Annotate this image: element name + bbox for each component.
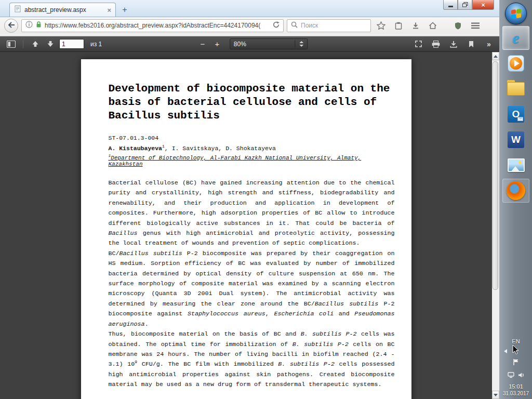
select-spinner-icon: [295, 40, 303, 48]
network-icon[interactable]: [508, 371, 514, 380]
zoom-in-button[interactable]: +: [211, 38, 223, 50]
pdf-toolbar-left: из 1: [0, 38, 102, 50]
browser-tab[interactable]: abstract_preview.aspx ×: [9, 3, 116, 17]
page-count-label: из 1: [90, 41, 102, 48]
menu-button[interactable]: [468, 19, 482, 32]
navigation-bar: [0, 17, 499, 34]
downloads-button[interactable]: [408, 19, 422, 32]
tab-close-button[interactable]: ×: [107, 7, 111, 14]
mouse-cursor: [512, 345, 520, 357]
show-hidden-icons-button[interactable]: [504, 349, 507, 353]
taskbar-item-photo-viewer[interactable]: [502, 153, 529, 177]
presentation-mode-button[interactable]: [412, 38, 424, 50]
download-document-button[interactable]: [447, 38, 460, 50]
search-input[interactable]: [301, 22, 367, 29]
scroll-up-icon: [494, 55, 498, 58]
zoom-level-select[interactable]: 80%: [230, 38, 308, 49]
abstract-title: Development of biocomposite material on …: [109, 82, 395, 123]
page-info-icon[interactable]: [25, 21, 33, 30]
outlook-icon: O: [508, 106, 524, 123]
zoom-controls: − + 80%: [196, 38, 308, 50]
clock-date[interactable]: 31.03.2017: [503, 391, 529, 396]
back-button[interactable]: [4, 19, 18, 33]
next-page-button[interactable]: [44, 38, 57, 50]
screen: abstract_preview.aspx × + ×: [0, 0, 532, 399]
page-number-input[interactable]: [59, 39, 84, 49]
folder-icon: [507, 82, 525, 96]
pdf-viewer-canvas[interactable]: Development of biocomposite material on …: [0, 52, 492, 399]
pdf-toolbar-right: »: [412, 38, 495, 50]
photo-viewer-icon: [508, 158, 525, 172]
shield-addon-button[interactable]: [451, 19, 465, 32]
firefox-icon: [507, 181, 525, 200]
zoom-in-glyph: +: [215, 39, 219, 48]
authors-line: A. Kistaubayeva1, I. Savitskaya, D. Shok…: [109, 145, 395, 152]
home-button[interactable]: [425, 19, 440, 32]
word-icon: W: [508, 131, 524, 148]
toolbar-separator: [23, 40, 23, 48]
vertical-scrollbar[interactable]: [492, 52, 499, 399]
current-view-bookmark-button[interactable]: [465, 38, 477, 50]
zoom-level-value: 80%: [234, 41, 246, 48]
abstract-paragraph: BC/Bacillus subtilis P-2 biocomposite wa…: [109, 249, 395, 329]
toggle-sidebar-button[interactable]: [5, 38, 17, 50]
bookmark-star-button[interactable]: [374, 19, 388, 32]
close-button[interactable]: ×: [472, 0, 494, 10]
windows-logo-icon: [511, 8, 521, 19]
scrollbar-thumb[interactable]: [493, 61, 498, 290]
back-arrow-icon: [8, 21, 15, 30]
search-bar[interactable]: [287, 19, 371, 32]
language-indicator[interactable]: EN: [512, 338, 520, 344]
pdf-page: Development of biocomposite material on …: [81, 59, 411, 399]
abstract-paragraph: Bacterial cellulose (BC) have gained inc…: [109, 178, 395, 249]
media-player-icon: [508, 55, 524, 72]
taskbar-item-media-player[interactable]: [502, 51, 529, 75]
zoom-out-button[interactable]: −: [196, 38, 209, 50]
abstract-paragraph: Thus, biocomposite material on the basis…: [109, 329, 395, 390]
session-code: ST-07.01.3-004: [109, 135, 395, 141]
affiliation-line: 1Department of Biotechnology, Al-Farabi …: [109, 155, 395, 167]
pdf-toolbar: из 1 − + 80%: [0, 36, 499, 52]
reload-icon[interactable]: [273, 21, 280, 30]
taskbar: e O W EN: [499, 0, 532, 399]
url-bar[interactable]: [21, 19, 284, 32]
taskbar-item-internet-explorer[interactable]: e: [502, 26, 529, 50]
minimize-button[interactable]: [443, 0, 458, 10]
zoom-out-glyph: −: [200, 39, 205, 48]
internet-explorer-icon: e: [512, 30, 519, 46]
clock-time[interactable]: 15:01: [509, 383, 523, 390]
new-tab-button[interactable]: +: [118, 5, 131, 15]
taskbar-item-file-explorer[interactable]: [502, 77, 529, 101]
tab-title: abstract_preview.aspx: [24, 6, 104, 14]
restore-button[interactable]: [458, 0, 472, 10]
window-controls: ×: [443, 0, 494, 10]
tab-strip: abstract_preview.aspx × + ×: [0, 0, 499, 17]
tab-favicon: [14, 5, 21, 15]
taskbar-item-firefox[interactable]: [502, 179, 529, 203]
browser-window: abstract_preview.aspx × + ×: [0, 0, 499, 399]
scrollbar-track[interactable]: [492, 60, 499, 391]
scroll-down-icon: [494, 394, 498, 396]
ssl-lock-icon[interactable]: [36, 21, 42, 30]
url-input[interactable]: [45, 22, 270, 29]
search-icon: [291, 21, 298, 30]
previous-page-button[interactable]: [29, 38, 42, 50]
scroll-up-button[interactable]: [492, 52, 499, 60]
volume-icon[interactable]: [518, 371, 525, 380]
more-tools-button[interactable]: »: [483, 38, 495, 50]
taskbar-item-word[interactable]: W: [502, 128, 529, 152]
print-button[interactable]: [430, 38, 442, 50]
abstract-body: Bacterial cellulose (BC) have gained inc…: [109, 178, 395, 390]
minimize-icon: [448, 6, 453, 7]
action-center-flag-icon[interactable]: [513, 358, 519, 368]
scroll-down-button[interactable]: [492, 391, 499, 399]
start-button[interactable]: [505, 3, 527, 24]
restore-icon: [462, 0, 468, 9]
taskbar-item-outlook[interactable]: O: [502, 102, 529, 126]
bookmarks-menu-button[interactable]: [391, 19, 405, 32]
